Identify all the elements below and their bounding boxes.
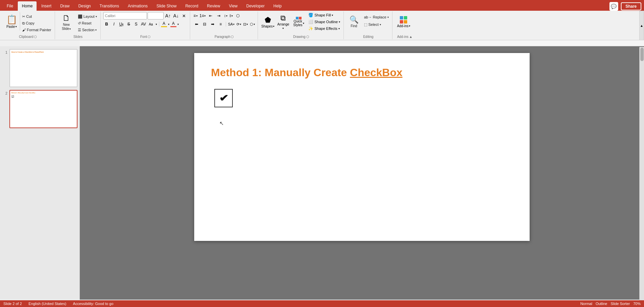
addins-collapse-icon[interactable]: ▲: [409, 35, 413, 39]
scissors-icon: ✂: [22, 14, 25, 19]
find-button[interactable]: 🔍 Find: [346, 12, 361, 32]
highlight-dropdown[interactable]: ▾: [168, 23, 169, 26]
paragraph-expand-icon[interactable]: ⬡: [234, 12, 241, 19]
tab-animations[interactable]: Animations: [124, 1, 152, 11]
section-icon: ☰: [78, 28, 81, 32]
font-expand-icon[interactable]: ⬡: [148, 35, 151, 39]
vertical-scrollbar[interactable]: [639, 47, 644, 300]
accessibility-indicator: Accessibility: Good to go: [73, 302, 113, 306]
bullet-list-button[interactable]: ≡ ▾: [193, 12, 198, 19]
highlight-color-button[interactable]: A: [161, 21, 167, 28]
collapse-ribbon-button[interactable]: ▲: [639, 11, 644, 40]
tab-transitions[interactable]: Transitions: [96, 1, 123, 11]
share-button[interactable]: Share: [621, 2, 641, 10]
font-size-input[interactable]: 18: [148, 12, 164, 19]
canvas-area: Method 1: Manually Create CheckBox ✔ ↖: [80, 46, 644, 300]
paste-button[interactable]: 📋 Paste ▾: [3, 12, 20, 31]
slide-sorter-button[interactable]: Slide Sorter: [610, 302, 630, 306]
smart-art-button[interactable]: SA ▾: [227, 20, 235, 28]
shape-outline-icon: ⬜: [308, 19, 313, 24]
justify-button[interactable]: ≡: [217, 20, 224, 28]
align-left-button[interactable]: ⬅: [193, 20, 200, 28]
tab-file[interactable]: File: [3, 1, 17, 11]
comments-button[interactable]: 💬: [609, 2, 618, 11]
strikethrough-button[interactable]: S: [125, 21, 132, 28]
reset-icon: ↺: [78, 21, 81, 25]
decrease-indent-button[interactable]: ⇤: [207, 12, 214, 19]
checkbox-shape[interactable]: ✔: [214, 89, 233, 107]
drawing-expand-icon[interactable]: ⬡: [306, 35, 309, 39]
text-shadow-button[interactable]: S: [133, 21, 140, 28]
paragraph-expand-btn[interactable]: ⬡: [231, 35, 234, 39]
add-ins-button[interactable]: Add-ins ▾: [395, 12, 412, 32]
zoom-level[interactable]: 70%: [633, 302, 641, 306]
numbered-list-button[interactable]: 1≡ ▾: [199, 12, 207, 19]
shape-effects-icon: ✨: [308, 26, 313, 31]
tab-draw[interactable]: Draw: [56, 1, 73, 11]
reset-button[interactable]: ↺ Reset: [76, 20, 98, 26]
slide-1-thumbnail[interactable]: How to Create a Checklist in PowerPoint: [9, 49, 77, 87]
align-text-button[interactable]: ⊡ ▾: [243, 20, 249, 28]
font-color-dropdown[interactable]: ▾: [177, 23, 179, 26]
shape-outline-button[interactable]: ⬜ Shape Outline ▾: [307, 19, 341, 25]
tab-view[interactable]: View: [225, 1, 241, 11]
copy-icon: ⧉: [22, 21, 25, 25]
paste-dropdown-icon[interactable]: ▾: [15, 25, 17, 28]
cut-button[interactable]: ✂ Cut: [21, 13, 53, 19]
shape-effects-button[interactable]: ✨ Shape Effects ▾: [307, 25, 341, 32]
font-color-button[interactable]: A: [170, 21, 177, 28]
format-painter-button[interactable]: 🖌 Format Painter: [21, 27, 53, 33]
tab-developer[interactable]: Developer: [242, 1, 269, 11]
tab-home[interactable]: Home: [18, 1, 37, 11]
slide-thumbnail-2[interactable]: 2 Method 1: Manually Create CheckBox ☑: [2, 90, 77, 128]
font-name-input[interactable]: [103, 12, 147, 19]
find-icon: 🔍: [350, 15, 359, 24]
tab-review[interactable]: Review: [203, 1, 224, 11]
clear-formatting-button[interactable]: ✕: [180, 12, 188, 19]
tab-insert[interactable]: Insert: [37, 1, 55, 11]
slide-thumbnail-1[interactable]: 1 How to Create a Checklist in PowerPoin…: [2, 49, 77, 87]
decrease-font-size-button[interactable]: A↓: [172, 12, 180, 19]
align-right-button[interactable]: ➡: [209, 20, 216, 28]
columns-button[interactable]: ⫴ ▾: [229, 12, 233, 19]
copy-button[interactable]: ⧉ Copy: [21, 20, 53, 26]
replace-button[interactable]: ab→ Replace ▾: [363, 14, 390, 20]
change-case-dropdown[interactable]: ▾: [155, 20, 158, 28]
italic-button[interactable]: I: [111, 21, 117, 28]
outline-view-button[interactable]: Outline: [596, 302, 607, 306]
arrange-button[interactable]: ⧉ Arrange ▾: [276, 12, 290, 32]
shape-fill-button[interactable]: 🪣 Shape Fill ▾: [307, 12, 341, 18]
bullet-list-icon: ≡: [194, 13, 196, 18]
quick-styles-button[interactable]: Quick Styles ▾: [291, 12, 306, 32]
tab-help[interactable]: Help: [269, 1, 286, 11]
tab-design[interactable]: Design: [74, 1, 95, 11]
char-spacing-button[interactable]: AV: [140, 21, 147, 28]
increase-font-size-button[interactable]: A↑: [164, 12, 172, 19]
tab-slideshow[interactable]: Slide Show: [152, 1, 180, 11]
underline-button[interactable]: U▾: [118, 21, 125, 28]
text-direction-button[interactable]: ⟳ ▾: [236, 20, 242, 28]
line-spacing-button[interactable]: ↕ ▾: [223, 12, 228, 19]
increase-indent-button[interactable]: ⇥: [215, 12, 222, 19]
slide-panel: 1 How to Create a Checklist in PowerPoin…: [0, 46, 80, 300]
layout-button[interactable]: ⬛ Layout ▾: [76, 13, 98, 19]
clipboard-expand-icon[interactable]: ⬡: [34, 35, 37, 39]
scrollbar-thumb[interactable]: [640, 48, 644, 61]
cursor: ↖: [219, 120, 224, 126]
select-button[interactable]: ⬚ Select ▾: [363, 21, 390, 28]
bold-button[interactable]: B: [103, 21, 110, 28]
slide-2-thumbnail[interactable]: Method 1: Manually Create CheckBox ☑: [9, 90, 77, 128]
shapes-button[interactable]: ⬟ Shapes ▾: [261, 12, 275, 32]
replace-icon: ab→: [364, 15, 372, 19]
align-center-button[interactable]: ⊟: [201, 20, 208, 28]
format-painter-icon: 🖌: [22, 28, 26, 32]
new-slide-dropdown-icon[interactable]: ▾: [69, 28, 71, 31]
new-slide-button[interactable]: 🗋 New Slide ▾: [58, 12, 75, 32]
convert-to-smartart-button[interactable]: ⬡ ▾: [249, 20, 256, 28]
change-case-button[interactable]: Aa: [148, 21, 154, 28]
section-button[interactable]: ☰ Section ▾: [76, 27, 98, 33]
tab-record[interactable]: Record: [181, 1, 202, 11]
normal-view-button[interactable]: Normal: [580, 302, 592, 306]
status-bar: Slide 2 of 2 English (United States) Acc…: [0, 300, 644, 307]
shapes-dropdown-icon[interactable]: ▾: [273, 25, 274, 28]
